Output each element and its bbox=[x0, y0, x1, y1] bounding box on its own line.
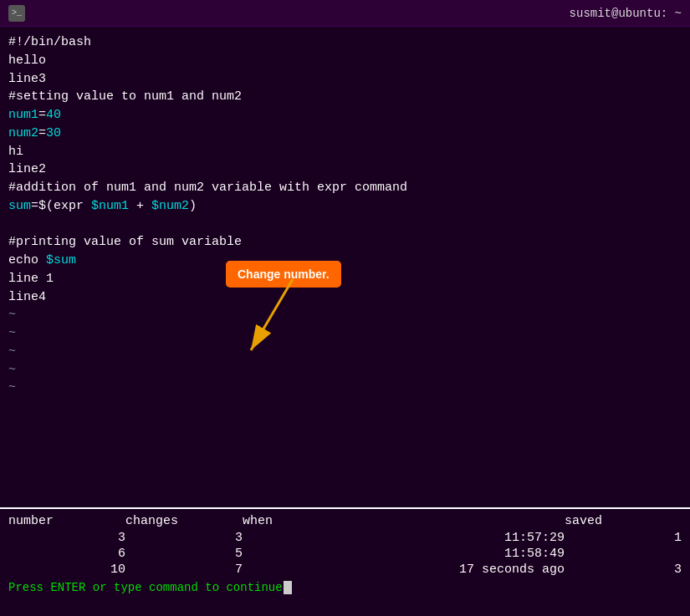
cell-number: 6 bbox=[8, 546, 125, 562]
undo-table-body: 3311:57:2916511:58:4910717 seconds ago3 bbox=[8, 530, 682, 578]
line-line2: line2 bbox=[8, 160, 682, 179]
line-tilde5: ~ bbox=[8, 379, 682, 397]
svg-line-1 bbox=[251, 279, 293, 350]
line-num2: num2=30 bbox=[8, 125, 682, 143]
table-row: 3311:57:291 bbox=[8, 530, 682, 546]
line-num1: num1=40 bbox=[8, 106, 682, 125]
cell-saved bbox=[565, 546, 682, 562]
cell-when: 17 seconds ago bbox=[243, 562, 565, 578]
press-enter-line: Press ENTER or type command to continue bbox=[8, 581, 682, 594]
line-shebang: #!/bin/bash bbox=[8, 33, 682, 52]
cell-when: 11:58:49 bbox=[243, 546, 565, 562]
cell-changes: 3 bbox=[125, 530, 243, 546]
line-hello: hello bbox=[8, 52, 682, 70]
col-header-number: number bbox=[8, 512, 125, 530]
line-echo-sum: echo $sum bbox=[8, 252, 682, 270]
cell-changes: 7 bbox=[125, 562, 243, 578]
line-hi: hi bbox=[8, 143, 682, 161]
undo-table: number changes when saved 3311:57:291651… bbox=[8, 512, 682, 578]
tooltip-arrow-svg bbox=[243, 279, 326, 363]
cell-when: 11:57:29 bbox=[243, 530, 565, 546]
table-header-row: number changes when saved bbox=[8, 512, 682, 530]
line-tilde2: ~ bbox=[8, 324, 682, 343]
titlebar: >_ susmit@ubuntu: ~ bbox=[0, 0, 690, 27]
line-tilde4: ~ bbox=[8, 361, 682, 379]
line-sum-expr: sum=$(expr $num1 + $num2) bbox=[8, 197, 682, 216]
titlebar-user-host: susmit@ubuntu: ~ bbox=[570, 7, 682, 20]
press-enter-text: Press ENTER or type command to continue bbox=[8, 581, 283, 594]
cell-saved: 3 bbox=[565, 562, 682, 578]
line-line1: line 1 bbox=[8, 270, 682, 288]
tooltip-container: Change number. bbox=[226, 261, 341, 288]
line-tilde3: ~ bbox=[8, 343, 682, 361]
bottom-panel: number changes when saved 3311:57:291651… bbox=[0, 507, 690, 616]
cell-number: 3 bbox=[8, 530, 125, 546]
line-comment3: #printing value of sum variable bbox=[8, 233, 682, 252]
cursor-block bbox=[284, 581, 292, 594]
cell-number: 10 bbox=[8, 562, 125, 578]
line-comment2: #addition of num1 and num2 variable with… bbox=[8, 179, 682, 197]
col-header-when: when bbox=[243, 512, 565, 530]
cell-changes: 5 bbox=[125, 546, 243, 562]
titlebar-left: >_ bbox=[8, 5, 25, 22]
col-header-saved: saved bbox=[565, 512, 682, 530]
terminal-content: #!/bin/bash hello line3 #setting value t… bbox=[0, 27, 690, 507]
terminal-icon: >_ bbox=[8, 5, 25, 22]
table-row: 10717 seconds ago3 bbox=[8, 562, 682, 578]
line-comment1: #setting value to num1 and num2 bbox=[8, 88, 682, 106]
line-line4: line4 bbox=[8, 288, 682, 307]
col-header-changes: changes bbox=[125, 512, 243, 530]
line-tilde1: ~ bbox=[8, 306, 682, 324]
line-blank bbox=[8, 216, 682, 234]
cell-saved: 1 bbox=[565, 530, 682, 546]
line-line3: line3 bbox=[8, 70, 682, 89]
table-row: 6511:58:49 bbox=[8, 546, 682, 562]
